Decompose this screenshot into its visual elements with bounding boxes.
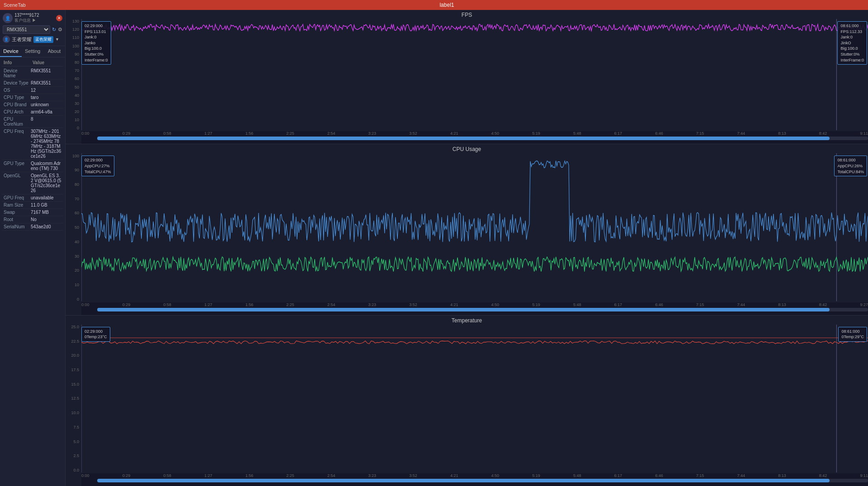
- fps-y-axis: 0102030405060708090100110120130: [66, 19, 80, 130]
- info-value: No: [31, 217, 61, 222]
- cpu-chart-title: CPU Usage: [66, 144, 868, 153]
- y-label: 90: [66, 52, 79, 57]
- x-tick-label: 5:48: [573, 302, 581, 307]
- cpu-chart-body: 0102030405060708090100 02:29:000 AppCPU:…: [66, 153, 868, 315]
- info-value: unavailable: [31, 195, 61, 200]
- x-tick-label: 8:42: [819, 473, 827, 478]
- y-label: 0: [66, 297, 79, 302]
- info-key: CPU Brand: [4, 102, 31, 107]
- x-tick-label: 6:17: [614, 302, 623, 307]
- info-row: Device TypeRMX3551: [2, 80, 63, 87]
- info-key: GPU Freq: [4, 195, 31, 200]
- x-tick-label: 1:27: [204, 302, 212, 307]
- x-tick-label: 1:56: [245, 302, 254, 307]
- fps-scroll-track[interactable]: [97, 137, 868, 140]
- x-tick-label: 7:15: [696, 131, 704, 136]
- y-label: 80: [66, 182, 79, 187]
- info-value: RMX3551: [31, 80, 61, 85]
- info-value: 8: [31, 117, 61, 127]
- fps-scroll-thumb[interactable]: [97, 137, 830, 140]
- temp-scroll-track[interactable]: [97, 479, 868, 482]
- x-tick-label: 4:21: [450, 473, 458, 478]
- y-label: 22.5: [66, 339, 79, 344]
- tab-device[interactable]: Device: [0, 46, 22, 57]
- info-key: OpenGL: [4, 173, 31, 193]
- x-tick-label: 1:27: [204, 473, 212, 478]
- top-bar: SceneTab label1: [0, 0, 868, 10]
- x-tick-label: 2:54: [327, 302, 335, 307]
- info-key: OS: [4, 88, 31, 93]
- temp-svg: [81, 325, 868, 472]
- info-value: RMX3551: [31, 68, 61, 78]
- info-row: CPU CoreNum8: [2, 116, 63, 128]
- tab-about[interactable]: About: [43, 46, 65, 57]
- col-info: Info: [4, 60, 33, 65]
- tab-setting[interactable]: Setting: [22, 46, 43, 57]
- info-value: arm64-v8a: [31, 109, 61, 114]
- info-key: Swap: [4, 210, 31, 215]
- y-label: 0.0: [66, 468, 79, 472]
- page-title: label1: [29, 2, 864, 8]
- info-key: Device Name: [4, 68, 31, 78]
- x-tick-label: 5:19: [532, 302, 540, 307]
- x-tick-label: 2:25: [286, 131, 294, 136]
- x-tick-label: 3:23: [368, 302, 377, 307]
- info-value: unknown: [31, 102, 61, 107]
- info-row: CPU Typetaro: [2, 94, 63, 101]
- main-layout: 👤 137****9172 客户信息 ▶ ✕ RMX3551 ↻ ⚙ 👤 王者荣…: [0, 10, 868, 486]
- info-row: SerialNum543ae2d0: [2, 223, 63, 231]
- x-tick-label: 8:13: [778, 473, 786, 478]
- scene-tab-label: SceneTab: [4, 2, 26, 8]
- x-tick-label: 6:46: [655, 302, 663, 307]
- close-button[interactable]: ✕: [56, 15, 62, 21]
- x-tick-label: 6:46: [655, 473, 663, 478]
- x-tick-label: 1:56: [245, 473, 254, 478]
- x-tick-label: 7:44: [737, 131, 745, 136]
- cpu-svg: [81, 153, 868, 301]
- settings-icon[interactable]: ⚙: [58, 27, 62, 33]
- x-tick-label: 4:21: [450, 302, 458, 307]
- y-label: 2.5: [66, 453, 79, 458]
- device-select[interactable]: RMX3551: [3, 25, 50, 34]
- x-tick-label: 2:54: [327, 473, 335, 478]
- fps-chart-inner: 02:29:000 FPS:113.01 Jank:0 Janko Big:10…: [81, 19, 868, 130]
- x-tick-label: 8:42: [819, 302, 827, 307]
- cpu-scroll-track[interactable]: [97, 308, 868, 311]
- x-tick-label: 9:11: [860, 473, 868, 478]
- y-label: 90: [66, 168, 79, 172]
- y-label: 20.0: [66, 353, 79, 358]
- temp-scroll-thumb[interactable]: [97, 479, 830, 482]
- x-tick-label: 0:00: [81, 131, 90, 136]
- y-label: 60: [66, 211, 79, 215]
- refresh-icon[interactable]: ↻: [52, 27, 56, 33]
- info-value: 12: [31, 88, 61, 93]
- info-value: OpenGL ES 3.2 V@0615.0 (5GT/s2c36ce1e26: [31, 173, 61, 193]
- info-row: CPU Freq307MHz - 2016MHz 633MHz - 2745MH…: [2, 128, 63, 160]
- cpu-scroll-thumb[interactable]: [97, 308, 830, 311]
- info-key: CPU Type: [4, 95, 31, 100]
- temp-chart-body: 0.02.55.07.510.012.515.017.520.022.525.0…: [66, 325, 868, 486]
- x-tick-label: 3:52: [409, 131, 417, 136]
- temp-chart-inner: 02:29:000 0Temp:23°C 08:61:000 0Temp:29°…: [81, 325, 868, 472]
- fps-svg: [81, 19, 868, 130]
- info-row: GPU TypeQualcomm Adreno (TM) 730: [2, 160, 63, 172]
- x-tick-label: 3:52: [409, 473, 417, 478]
- info-table: Info Value Device NameRMX3551Device Type…: [0, 57, 65, 486]
- y-label: 100: [66, 44, 79, 48]
- info-row: CPU Archarm64-v8a: [2, 109, 63, 116]
- info-rows-container: Device NameRMX3551Device TypeRMX3551OS12…: [2, 67, 63, 231]
- y-label: 10.0: [66, 411, 79, 415]
- x-tick-label: 2:25: [286, 302, 294, 307]
- x-tick-label: 2:54: [327, 131, 335, 136]
- y-label: 20: [66, 268, 79, 273]
- x-tick-label: 0:29: [123, 131, 131, 136]
- temp-x-ticks: 0:000:290:581:271:562:252:543:233:524:21…: [81, 473, 868, 478]
- dropdown-icon[interactable]: ▼: [55, 37, 59, 42]
- x-tick-label: 5:48: [573, 473, 581, 478]
- x-tick-label: 8:13: [778, 131, 786, 136]
- y-label: 12.5: [66, 396, 79, 401]
- cpu-chart-container: CPU Usage 0102030405060708090100 02:29:0…: [66, 144, 868, 315]
- user-badge: 蓝色荣耀: [33, 36, 53, 43]
- info-key: SerialNum: [4, 224, 31, 229]
- info-row: Device NameRMX3551: [2, 67, 63, 80]
